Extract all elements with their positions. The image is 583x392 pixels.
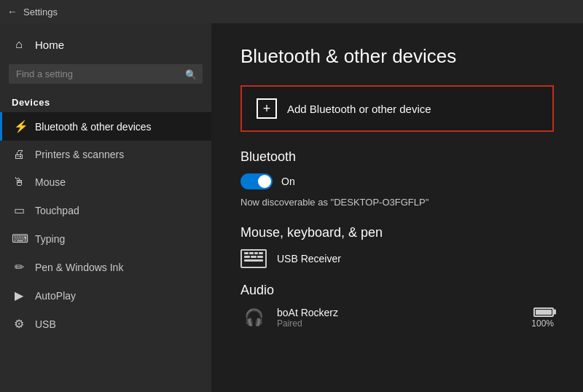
battery-percent: 100%	[531, 318, 554, 329]
back-button[interactable]: ←	[7, 6, 17, 17]
sidebar-label-pen: Pen & Windows Ink	[35, 262, 123, 273]
sidebar-item-bluetooth[interactable]: ⚡ Bluetooth & other devices	[0, 112, 211, 141]
devices-section-label: Devices	[0, 90, 211, 112]
battery-info: 100%	[531, 307, 554, 329]
audio-device-name: boAt Rockerz	[277, 307, 521, 318]
battery-icon	[533, 307, 554, 317]
battery-fill	[536, 310, 552, 315]
home-icon: ⌂	[12, 38, 26, 51]
bluetooth-toggle-row: On	[240, 173, 554, 189]
pen-icon: ✏	[12, 260, 26, 274]
sidebar-item-touchpad[interactable]: ▭ Touchpad	[0, 196, 211, 224]
sidebar-label-usb: USB	[35, 318, 56, 330]
sidebar: ⌂ Home 🔍 Devices ⚡ Bluetooth & other dev…	[0, 23, 211, 392]
sidebar-item-typing[interactable]: ⌨ Typing	[0, 224, 211, 253]
sidebar-label-bluetooth: Bluetooth & other devices	[35, 121, 152, 133]
add-icon: +	[257, 98, 277, 119]
mouse-icon: 🖱	[12, 176, 26, 189]
search-input[interactable]	[9, 64, 203, 84]
sidebar-home-label: Home	[35, 39, 64, 51]
typing-icon: ⌨	[12, 232, 26, 246]
usb-receiver-label: USB Receiver	[277, 253, 341, 264]
sidebar-label-autoplay: AutoPlay	[35, 290, 76, 302]
main-layout: ⌂ Home 🔍 Devices ⚡ Bluetooth & other dev…	[0, 23, 583, 392]
discoverable-text: Now discoverable as "DESKTOP-O3FGFLP"	[240, 197, 554, 208]
add-device-button[interactable]: + Add Bluetooth or other device	[240, 85, 554, 132]
sidebar-item-home[interactable]: ⌂ Home	[0, 31, 211, 58]
battery-bar	[533, 307, 554, 317]
add-device-label: Add Bluetooth or other device	[287, 103, 431, 115]
sidebar-label-touchpad: Touchpad	[35, 205, 79, 216]
toggle-knob	[258, 175, 271, 188]
toggle-state-label: On	[281, 176, 295, 187]
bluetooth-section-title: Bluetooth	[240, 149, 554, 165]
sidebar-item-mouse[interactable]: 🖱 Mouse	[0, 168, 211, 196]
printer-icon: 🖨	[12, 148, 26, 161]
search-container: 🔍	[9, 64, 203, 84]
title-bar-title: Settings	[23, 7, 58, 17]
audio-device-status: Paired	[277, 318, 521, 329]
sidebar-label-typing: Typing	[35, 233, 65, 245]
autoplay-icon: ▶	[12, 289, 26, 302]
content-area: Bluetooth & other devices + Add Bluetoot…	[211, 23, 583, 392]
search-icon: 🔍	[185, 68, 197, 79]
bluetooth-icon: ⚡	[14, 119, 28, 133]
usb-icon: ⚙	[12, 317, 26, 331]
usb-receiver-row: USB Receiver	[240, 249, 554, 268]
mouse-keyboard-section-title: Mouse, keyboard, & pen	[240, 225, 554, 240]
sidebar-item-printers[interactable]: 🖨 Printers & scanners	[0, 141, 211, 168]
sidebar-label-mouse: Mouse	[35, 176, 66, 188]
sidebar-item-autoplay[interactable]: ▶ AutoPlay	[0, 281, 211, 310]
title-bar: ← Settings	[0, 0, 583, 23]
audio-device-row: 🎧 boAt Rockerz Paired 100%	[240, 307, 554, 329]
sidebar-label-printers: Printers & scanners	[35, 149, 124, 160]
headphone-icon: 🎧	[240, 308, 267, 327]
keyboard-icon	[240, 249, 267, 268]
sidebar-item-pen[interactable]: ✏ Pen & Windows Ink	[0, 253, 211, 281]
bluetooth-toggle[interactable]	[240, 173, 273, 189]
sidebar-item-usb[interactable]: ⚙ USB	[0, 310, 211, 338]
page-title: Bluetooth & other devices	[240, 45, 554, 68]
touchpad-icon: ▭	[12, 203, 26, 217]
audio-info: boAt Rockerz Paired	[277, 307, 521, 329]
audio-section-title: Audio	[240, 283, 554, 298]
